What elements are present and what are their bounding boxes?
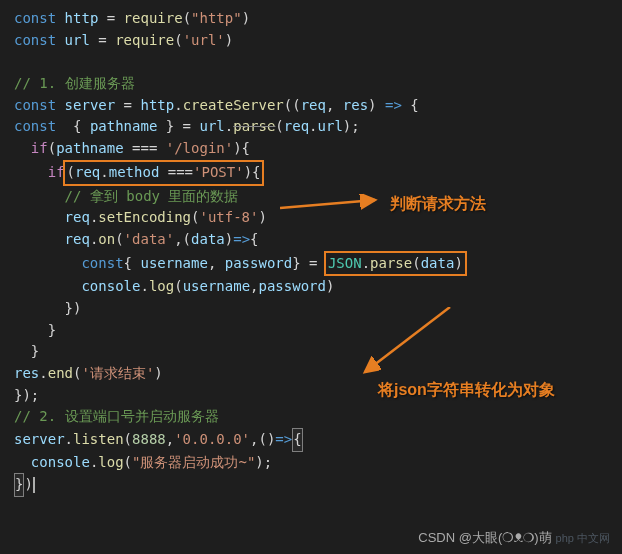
svg-line-0 <box>280 200 375 208</box>
code-line: const http = require("http") <box>14 10 250 26</box>
code-line: const{ username, password} = JSON.parse(… <box>14 255 465 271</box>
code-line: } <box>14 322 56 338</box>
highlight-box-2: JSON.parse(data) <box>324 251 467 277</box>
code-line: const server = http.createServer((req, r… <box>14 97 419 113</box>
code-line: console.log(username,password) <box>14 278 334 294</box>
code-line: const url = require('url') <box>14 32 233 48</box>
code-line: if(pathname === '/login'){ <box>14 140 250 156</box>
code-line: console.log("服务器启动成功~"); <box>14 454 272 470</box>
code-editor[interactable]: const http = require("http") const url =… <box>14 8 614 497</box>
code-line: } <box>14 343 39 359</box>
code-line: const { pathname } = url.parse(req.url); <box>14 118 360 134</box>
arrow-1 <box>280 190 390 220</box>
watermark: CSDN @大眼(❍ᴥ❍)萌php 中文网 <box>418 528 610 548</box>
annotation-2: 将json字符串转化为对象 <box>378 378 555 403</box>
code-line: }) <box>14 476 35 492</box>
annotation-1: 判断请求方法 <box>390 192 486 217</box>
code-line: req.on('data',(data)=>{ <box>14 231 259 247</box>
highlight-box-1: (req.method ==='POST'){ <box>63 160 265 186</box>
arrow-2 <box>345 307 465 387</box>
code-line: // 1. 创建服务器 <box>14 75 135 91</box>
code-line: server.listen(8888,'0.0.0.0',()=>{ <box>14 431 303 447</box>
code-line: if(req.method ==='POST'){ <box>14 164 262 180</box>
code-line: res.end('请求结束') <box>14 365 163 381</box>
code-line: // 拿到 body 里面的数据 <box>14 188 238 204</box>
code-line: // 2. 设置端口号并启动服务器 <box>14 408 219 424</box>
code-line: }) <box>14 300 81 316</box>
code-line: }); <box>14 387 39 403</box>
svg-line-1 <box>365 307 450 372</box>
code-line: req.setEncoding('utf-8') <box>14 209 267 225</box>
